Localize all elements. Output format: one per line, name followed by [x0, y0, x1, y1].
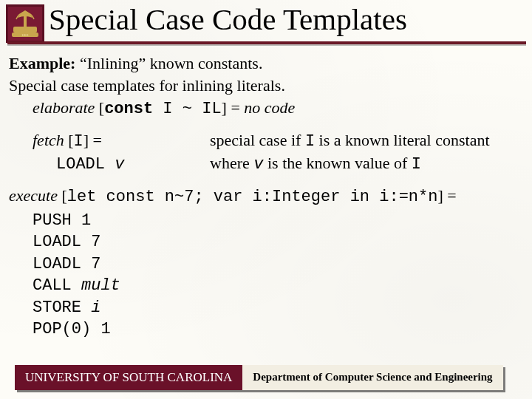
example-line: Example: “Inlining” known constants. [9, 53, 526, 74]
code-line-6: POP(0) 1 [33, 318, 526, 340]
sc2a: where [210, 154, 253, 172]
c6a: POP(0) [33, 320, 100, 338]
slide: 1801 Special Case Code Templates Example… [0, 0, 532, 399]
execute-line: execute [let const n~7; var i:Integer in… [9, 185, 526, 208]
templates-line: Special case templates for inlining lite… [9, 75, 526, 96]
c3b: 7 [91, 255, 100, 273]
footer-department: Department of Computer Science and Engin… [242, 365, 502, 390]
code-line-3: LOADL 7 [33, 253, 526, 275]
footer: UNIVERSITY OF SOUTH CAROLINA Department … [15, 365, 503, 390]
c1a: PUSH [33, 211, 81, 230]
elaborate-line: elaborate [const I ~ IL] = no code [33, 98, 526, 120]
sc1a: special case if [210, 131, 305, 149]
loadl-v: v [115, 155, 124, 174]
example-text: “Inlining” known constants. [75, 54, 262, 72]
c5a: STORE [33, 299, 91, 317]
elab-mid: I ~ IL [153, 100, 221, 118]
example-label: Example: [9, 54, 75, 72]
sc2b: v [253, 155, 263, 174]
code-block: PUSH 1 LOADL 7 LOADL 7 CALL mult STORE i… [33, 209, 526, 340]
fetch-I: I [74, 132, 83, 151]
code-line-1: PUSH 1 [33, 209, 526, 231]
elab-open: [ [95, 98, 104, 117]
elab-close: ] = [222, 98, 245, 117]
elab-result: no code [244, 98, 295, 117]
footer-university: UNIVERSITY OF SOUTH CAROLINA [15, 365, 242, 390]
c6b: 1 [100, 320, 110, 338]
sc2d: I [412, 155, 421, 174]
slide-title: Special Case Code Templates [49, 1, 526, 37]
university-logo: 1801 [6, 4, 44, 43]
c3a: LOADL [33, 255, 91, 273]
fetch-close: ] = [83, 131, 102, 149]
special-case-1: special case if I is a known literal con… [210, 130, 526, 152]
c4a: CALL [33, 276, 81, 295]
exec-close: ] = [437, 186, 456, 205]
title-underline [7, 41, 526, 44]
svg-text:1801: 1801 [21, 33, 30, 37]
c4b: mult [81, 276, 120, 295]
c1b: 1 [81, 211, 91, 230]
exec-word: execute [9, 186, 58, 205]
sc1b: I [305, 132, 315, 151]
special-case-2: where v is the known value of I [210, 153, 526, 175]
code-line-4: CALL mult [33, 274, 526, 296]
elab-const: const [104, 100, 153, 118]
fetch-right: special case if I is a known literal con… [210, 130, 526, 174]
elaborate-word: elaborate [33, 98, 95, 117]
c2b: 7 [91, 233, 100, 251]
loadl-line: LOADL v [56, 153, 210, 175]
fetch-open: [ [64, 131, 74, 149]
fetch-left: fetch [I] = LOADL v [33, 130, 210, 174]
c2a: LOADL [33, 233, 91, 251]
svg-rect-3 [13, 27, 37, 33]
exec-code: let const n~7; var i:Integer in i:=n*n [67, 188, 438, 206]
fetch-word: fetch [33, 131, 64, 149]
code-line-2: LOADL 7 [33, 231, 526, 253]
code-line-5: STORE i [33, 296, 526, 318]
c5b: i [91, 299, 100, 317]
sc2c: is the known value of [263, 154, 411, 172]
sc1c: is a known literal constant [315, 131, 489, 149]
slide-body: Example: “Inlining” known constants. Spe… [9, 52, 526, 340]
exec-open: [ [58, 186, 67, 205]
fetch-row: fetch [I] = LOADL v special case if I is… [9, 130, 526, 174]
loadl-word: LOADL [56, 155, 115, 174]
fetch-line: fetch [I] = [33, 130, 210, 152]
